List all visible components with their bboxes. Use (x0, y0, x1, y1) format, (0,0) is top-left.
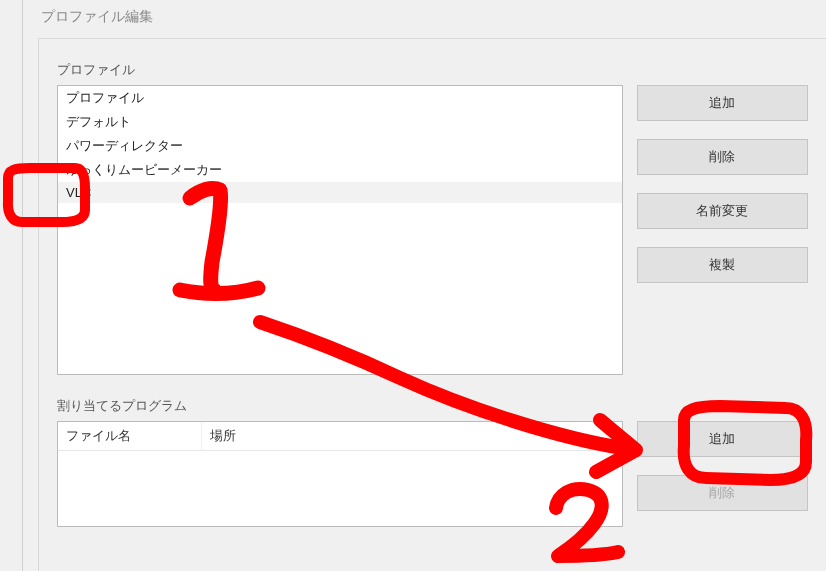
assign-table[interactable]: ファイル名 場所 (57, 421, 623, 527)
column-location[interactable]: 場所 (202, 422, 622, 450)
profiles-listbox[interactable]: プロファイルデフォルトパワーディレクターゆっくりムービーメーカーVLC (57, 85, 623, 375)
profiles-row: プロファイルデフォルトパワーディレクターゆっくりムービーメーカーVLC 追加 削… (57, 85, 808, 375)
profiles-list-item[interactable]: パワーディレクター (58, 134, 622, 158)
assign-table-header: ファイル名 場所 (58, 422, 622, 451)
dialog-title: プロファイル編集 (23, 0, 826, 30)
profiles-list-item[interactable]: デフォルト (58, 110, 622, 134)
column-filename[interactable]: ファイル名 (58, 422, 202, 450)
assign-section: 割り当てるプログラム ファイル名 場所 追加 削除 (57, 397, 808, 527)
assign-delete-button: 削除 (637, 475, 808, 511)
assign-add-button[interactable]: 追加 (637, 421, 808, 457)
dialog-window: プロファイル編集 プロファイル プロファイルデフォルトパワーディレクターゆっくり… (22, 0, 826, 571)
profiles-buttons: 追加 削除 名前変更 複製 (637, 85, 808, 283)
profiles-rename-button[interactable]: 名前変更 (637, 193, 808, 229)
profiles-list-item[interactable]: プロファイル (58, 86, 622, 110)
profiles-list-item[interactable]: ゆっくりムービーメーカー (58, 158, 622, 182)
profiles-list-item[interactable]: VLC (58, 182, 622, 203)
profiles-label: プロファイル (57, 61, 808, 79)
profiles-delete-button[interactable]: 削除 (637, 139, 808, 175)
dialog-panel: プロファイル プロファイルデフォルトパワーディレクターゆっくりムービーメーカーV… (38, 38, 826, 571)
assign-buttons: 追加 削除 (637, 421, 808, 511)
profiles-duplicate-button[interactable]: 複製 (637, 247, 808, 283)
profiles-add-button[interactable]: 追加 (637, 85, 808, 121)
assign-label: 割り当てるプログラム (57, 397, 808, 415)
assign-row: ファイル名 場所 追加 削除 (57, 421, 808, 527)
